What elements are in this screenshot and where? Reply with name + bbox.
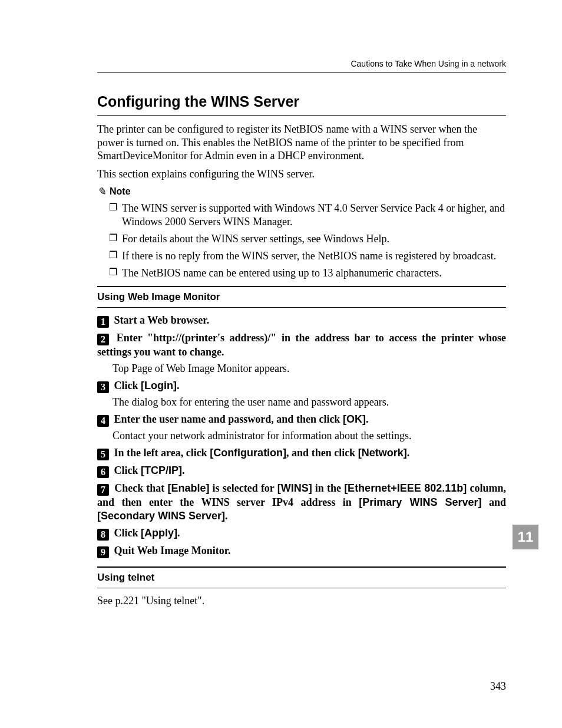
step-5: 5 In the left area, click [Configuration… — [97, 446, 506, 460]
step-number-icon: 7 — [97, 484, 109, 496]
subsection-title-telnet: Using telnet — [97, 570, 506, 585]
step-text: Click [TCP/IP]. — [114, 465, 185, 476]
step-3: 3 Click [Login]. — [97, 379, 506, 393]
ui-ok: [OK] — [343, 413, 366, 425]
step-1: 1 Start a Web browser. — [97, 314, 506, 328]
step-8: 8 Click [Apply]. — [97, 526, 506, 541]
note-item: The WINS server is supported with Window… — [109, 202, 506, 229]
ui-login: [Login] — [141, 380, 177, 391]
intro-paragraph-1: The printer can be configured to registe… — [97, 123, 506, 163]
chapter-tab: 11 — [513, 525, 538, 549]
step-9: 9 Quit Web Image Monitor. — [97, 544, 506, 558]
step-7: 7 Check that [Enable] is selected for [W… — [97, 482, 506, 523]
ui-apply: [Apply] — [141, 527, 177, 539]
subsection-title-web: Using Web Image Monitor — [97, 289, 506, 305]
telnet-body: See p.221 "Using telnet". — [97, 594, 506, 608]
step-text: In the left area, click [Configuration],… — [114, 447, 410, 459]
ui-wins: [WINS] — [277, 482, 312, 494]
step-2-body: Top Page of Web Image Monitor appears. — [113, 362, 506, 375]
step-text: Quit Web Image Monitor. — [114, 545, 231, 556]
step-number-icon: 2 — [97, 334, 109, 345]
ui-ethernet: [Ethernet+IEEE 802.11b] — [344, 482, 467, 494]
content-area: Configuring the WINS Server The printer … — [97, 93, 506, 608]
section-title: Configuring the WINS Server — [97, 93, 506, 110]
step-text: Click [Login]. — [114, 380, 180, 391]
step-number-icon: 1 — [97, 316, 109, 328]
ui-primary-wins: [Primary WINS Server] — [359, 496, 481, 508]
note-item: For details about the WINS server settin… — [109, 232, 506, 246]
step-text: Enter the user name and password, and th… — [114, 413, 369, 425]
step-text: Check that [Enable] is selected for [WIN… — [97, 482, 506, 522]
step-text: Start a Web browser. — [114, 314, 210, 326]
rule — [97, 307, 506, 308]
step-4: 4 Enter the user name and password, and … — [97, 413, 506, 427]
ui-network: [Network] — [358, 447, 407, 459]
running-head: Cautions to Take When Using in a network — [351, 59, 506, 68]
step-number-icon: 9 — [97, 546, 109, 558]
note-heading: ✎ Note — [97, 185, 506, 198]
rule — [97, 566, 506, 568]
ui-tcpip: [TCP/IP] — [141, 465, 182, 476]
step-number-icon: 4 — [97, 415, 109, 427]
step-3-body: The dialog box for entering the user nam… — [113, 396, 506, 409]
ui-configuration: [Configuration] — [210, 447, 286, 459]
title-rule — [97, 115, 506, 116]
page: Cautions to Take When Using in a network… — [0, 0, 562, 728]
step-number-icon: 3 — [97, 381, 109, 393]
step-number-icon: 6 — [97, 466, 109, 478]
step-number-icon: 5 — [97, 449, 109, 460]
step-text: Enter "http://(printer's address)/" in t… — [97, 332, 506, 358]
step-text: Click [Apply]. — [114, 527, 180, 539]
note-item: The NetBIOS name can be entered using up… — [109, 266, 506, 280]
intro-paragraph-2: This section explains configuring the WI… — [97, 167, 506, 181]
note-list: The WINS server is supported with Window… — [97, 202, 506, 280]
ui-enable: [Enable] — [167, 482, 209, 494]
step-4-body: Contact your network administrator for i… — [113, 429, 506, 443]
rule — [97, 286, 506, 287]
step-6: 6 Click [TCP/IP]. — [97, 464, 506, 478]
note-item: If there is no reply from the WINS serve… — [109, 249, 506, 263]
page-number: 343 — [490, 680, 506, 693]
step-2: 2 Enter "http://(printer's address)/" in… — [97, 331, 506, 359]
step-number-icon: 8 — [97, 529, 109, 541]
head-rule — [97, 72, 506, 73]
pencil-icon: ✎ — [97, 185, 106, 198]
rule — [97, 588, 506, 588]
ui-secondary-wins: [Secondary WINS Server] — [97, 510, 225, 522]
note-label: Note — [110, 186, 131, 197]
